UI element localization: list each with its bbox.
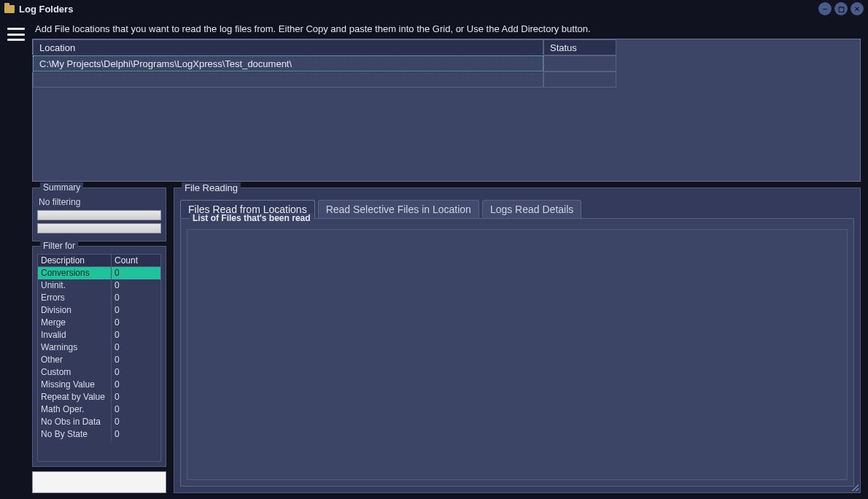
filter-grid: Description Count Conversions0Uninit.0Er… xyxy=(37,254,161,462)
filter-row[interactable]: Missing Value0 xyxy=(38,379,160,391)
filter-title: Filter for xyxy=(40,241,78,251)
filter-row-description: Missing Value xyxy=(38,379,111,391)
minimize-button[interactable]: – xyxy=(818,2,832,15)
summary-no-filtering: No filtering xyxy=(37,196,161,210)
locations-panel: Location C:\My Projects\Delphi\Programs\… xyxy=(32,39,861,182)
filter-row[interactable]: No Obs in Data0 xyxy=(38,416,160,428)
filter-row[interactable]: No By State0 xyxy=(38,428,160,441)
filter-row[interactable]: Division0 xyxy=(38,304,160,317)
filter-row[interactable]: Uninit.0 xyxy=(38,279,160,292)
filter-row-count: 0 xyxy=(111,391,160,403)
instruction-text: Add File locations that you want to read… xyxy=(32,20,861,39)
status-cell[interactable] xyxy=(543,55,616,71)
filter-row-description: Invalid xyxy=(38,329,111,341)
filter-row-description: No Obs in Data xyxy=(38,416,111,428)
locations-header-status[interactable]: Status xyxy=(543,39,616,55)
status-cell-empty[interactable] xyxy=(543,71,616,88)
filter-row-count: 0 xyxy=(111,403,160,416)
filter-row-count: 0 xyxy=(111,329,160,341)
locations-grid-remainder xyxy=(616,39,860,88)
filter-row-description: Errors xyxy=(38,292,111,304)
files-list-area[interactable] xyxy=(187,229,848,480)
maximize-button[interactable]: ◻ xyxy=(834,2,848,15)
hamburger-menu-icon[interactable] xyxy=(7,28,25,41)
filter-row-description: Uninit. xyxy=(38,279,111,292)
filter-row[interactable]: Math Oper.0 xyxy=(38,403,160,416)
filter-row[interactable]: Merge0 xyxy=(38,317,160,329)
filter-row-description: Merge xyxy=(38,317,111,329)
resize-grip-icon[interactable] xyxy=(850,482,859,491)
summary-bar-1 xyxy=(37,210,161,220)
filter-row-count: 0 xyxy=(111,428,160,441)
filter-row-description: Conversions xyxy=(38,267,111,279)
filter-row-count: 0 xyxy=(111,292,160,304)
filter-row-count: 0 xyxy=(111,416,160,428)
filter-row-count: 0 xyxy=(111,304,160,317)
filter-row[interactable]: Warnings0 xyxy=(38,341,160,354)
left-rail xyxy=(0,18,32,499)
filter-row-description: Other xyxy=(38,354,111,366)
location-cell[interactable]: C:\My Projects\Delphi\Programs\LogXpress… xyxy=(33,55,543,71)
summary-title: Summary xyxy=(40,182,83,193)
filter-row-description: No By State xyxy=(38,428,111,441)
locations-header-location[interactable]: Location xyxy=(33,39,543,55)
file-reading-title: File Reading xyxy=(182,182,241,193)
filter-header-row: Description Count xyxy=(38,255,160,267)
filter-row-count: 0 xyxy=(111,366,160,379)
filter-panel: Filter for Description Count Conversions… xyxy=(32,246,166,467)
tab-logs-read-details[interactable]: Logs Read Details xyxy=(482,200,581,218)
filter-row-description: Division xyxy=(38,304,111,317)
filter-row-count: 0 xyxy=(111,341,160,354)
filter-row-count: 0 xyxy=(111,267,160,279)
summary-panel: Summary No filtering xyxy=(32,187,166,241)
titlebar: Log Folders – ◻ × xyxy=(0,0,868,18)
files-list-title: List of Files that's been read xyxy=(190,213,314,223)
locations-grid-body[interactable] xyxy=(33,88,860,181)
filter-row[interactable]: Invalid0 xyxy=(38,329,160,341)
filter-row-count: 0 xyxy=(111,354,160,366)
filter-row[interactable]: Custom0 xyxy=(38,366,160,379)
filter-row[interactable]: Repeat by Value0 xyxy=(38,391,160,403)
filter-row-description: Warnings xyxy=(38,341,111,354)
side-bottom-field[interactable] xyxy=(32,471,166,493)
summary-bar-2 xyxy=(37,223,161,233)
filter-row-description: Custom xyxy=(38,366,111,379)
filter-row-description: Math Oper. xyxy=(38,403,111,416)
filter-row[interactable]: Conversions0 xyxy=(38,267,160,279)
files-read-tab-body: List of Files that's been read xyxy=(180,218,854,487)
folder-icon xyxy=(4,5,15,13)
filter-header-count[interactable]: Count xyxy=(111,255,160,266)
filter-row-count: 0 xyxy=(111,379,160,391)
window-title: Log Folders xyxy=(19,4,73,15)
filter-row[interactable]: Errors0 xyxy=(38,292,160,304)
filter-row-count: 0 xyxy=(111,279,160,292)
tab-read-selective-files-in-location[interactable]: Read Selective Files in Location xyxy=(318,200,479,218)
close-button[interactable]: × xyxy=(850,2,864,15)
filter-row[interactable]: Other0 xyxy=(38,354,160,366)
filter-header-description[interactable]: Description xyxy=(38,255,111,266)
filter-row-count: 0 xyxy=(111,317,160,329)
location-cell-empty[interactable] xyxy=(33,71,543,88)
file-reading-panel: File Reading Files Read from LocationsRe… xyxy=(174,187,861,493)
filter-row-description: Repeat by Value xyxy=(38,391,111,403)
